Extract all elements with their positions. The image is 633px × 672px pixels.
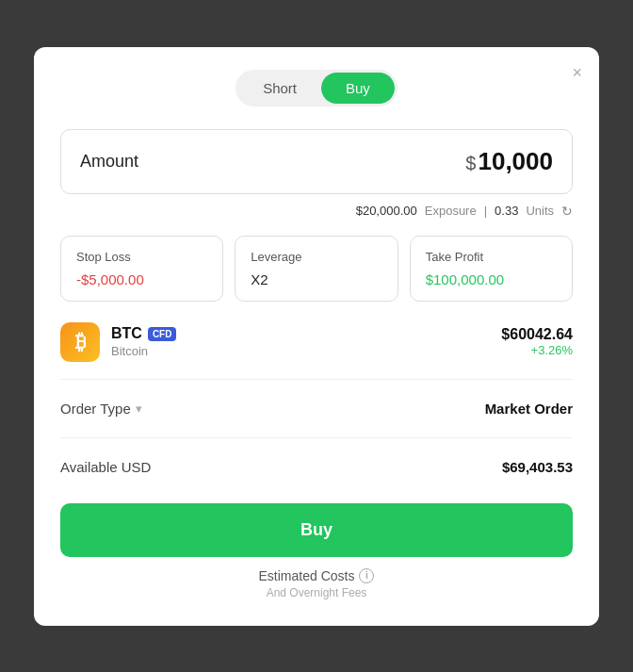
toggle-wrapper: Short Buy [235, 70, 398, 107]
asset-change: +3.26% [501, 343, 573, 357]
exposure-separator: | [484, 204, 487, 218]
order-type-label[interactable]: Order Type ▾ [60, 401, 142, 417]
short-toggle-button[interactable]: Short [238, 73, 321, 104]
refresh-icon[interactable]: ↻ [561, 204, 573, 219]
order-type-value: Market Order [485, 401, 573, 417]
leverage-value: X2 [251, 271, 381, 287]
asset-right: $60042.64 +3.26% [501, 326, 573, 357]
buy-button[interactable]: Buy [60, 503, 573, 557]
units-label: Units [526, 204, 554, 218]
asset-info: BTC CFD Bitcoin [111, 325, 176, 358]
amount-value: $10,000 [465, 147, 553, 176]
info-icon[interactable]: i [359, 568, 374, 583]
asset-left: ₿ BTC CFD Bitcoin [60, 322, 176, 362]
available-row: Available USD $69,403.53 [60, 450, 573, 484]
buy-toggle-button[interactable]: Buy [321, 73, 395, 104]
exposure-row: $20,000.00 Exposure | 0.33 Units ↻ [60, 204, 573, 219]
close-button[interactable]: × [572, 64, 582, 81]
amount-label: Amount [80, 152, 138, 172]
amount-box[interactable]: Amount $10,000 [60, 129, 573, 194]
exposure-label: Exposure [425, 204, 477, 218]
overnight-fees: And Overnight Fees [60, 586, 573, 599]
divider-2 [60, 437, 573, 438]
units-value: 0.33 [495, 204, 518, 218]
order-row: Order Type ▾ Market Order [60, 391, 573, 426]
take-profit-box[interactable]: Take Profit $100,000.00 [410, 236, 573, 302]
stop-loss-box[interactable]: Stop Loss -$5,000.00 [60, 236, 223, 302]
take-profit-value: $100,000.00 [426, 271, 557, 287]
trading-modal: × Short Buy Amount $10,000 $20,000.00 Ex… [34, 47, 599, 626]
asset-ticker: BTC [111, 325, 142, 342]
leverage-title: Leverage [251, 250, 381, 264]
exposure-value: $20,000.00 [356, 204, 417, 218]
available-label: Available USD [60, 459, 151, 475]
asset-price: $60042.64 [501, 326, 573, 343]
estimated-costs: Estimated Costs i And Overnight Fees [60, 568, 573, 599]
metrics-row: Stop Loss -$5,000.00 Leverage X2 Take Pr… [60, 236, 573, 302]
stop-loss-title: Stop Loss [76, 250, 207, 264]
take-profit-title: Take Profit [426, 250, 557, 264]
leverage-box[interactable]: Leverage X2 [235, 236, 398, 302]
available-value: $69,403.53 [502, 459, 573, 475]
divider-1 [60, 379, 573, 380]
asset-full-name: Bitcoin [111, 344, 176, 358]
estimated-title: Estimated Costs i [60, 568, 573, 583]
currency-symbol: $ [465, 153, 476, 173]
toggle-container: Short Buy [60, 70, 573, 107]
stop-loss-value: -$5,000.00 [76, 271, 207, 287]
cfd-badge: CFD [148, 327, 177, 341]
asset-row: ₿ BTC CFD Bitcoin $60042.64 +3.26% [60, 322, 573, 362]
asset-name-row: BTC CFD [111, 325, 176, 342]
chevron-down-icon: ▾ [136, 402, 142, 416]
btc-icon: ₿ [60, 322, 100, 362]
